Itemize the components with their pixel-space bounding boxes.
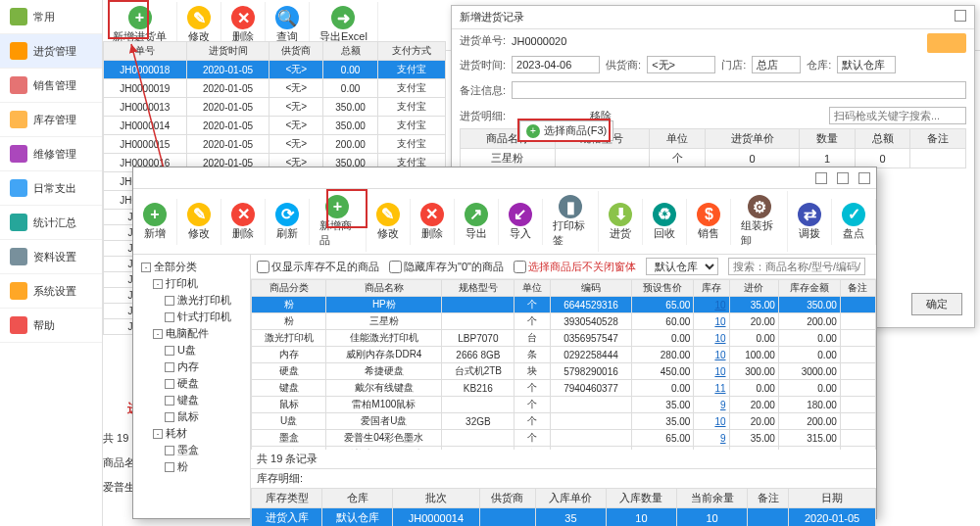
show-low-stock-checkbox[interactable]: 仅显示库存不足的商品 xyxy=(257,260,379,274)
date-input[interactable] xyxy=(512,56,600,73)
select-product-button[interactable]: + 选择商品(F3) xyxy=(519,120,613,141)
cat-edit-button[interactable]: ✎修改 xyxy=(177,199,221,245)
tree-item[interactable]: 墨盒 xyxy=(137,442,246,458)
sidebar: 常用 进货管理 销售管理 库存管理 维修管理 日常支出 统计汇总 资料设置 系统… xyxy=(0,0,103,526)
shop-label: 门店: xyxy=(721,58,746,72)
tree-item[interactable]: 硬盘 xyxy=(137,375,246,392)
sidebar-item-repair[interactable]: 维修管理 xyxy=(0,137,102,171)
recycle-icon: ♻ xyxy=(653,203,676,226)
export-icon: ➜ xyxy=(331,6,355,29)
barcode-search[interactable] xyxy=(829,107,966,124)
table-row[interactable]: 粉三星粉个393054052860.001020.00200.00 xyxy=(252,313,876,330)
table-row[interactable]: 硬盘希捷硬盘台式机2TB块5798290016450.0010300.00300… xyxy=(252,363,876,380)
table-row[interactable]: 粉HP粉个664452931665.001035.00350.00 xyxy=(252,297,876,313)
col-header[interactable]: 进货时间 xyxy=(186,42,270,61)
cat-del-button[interactable]: ✕删除 xyxy=(221,199,266,245)
export-icon: ↗ xyxy=(465,203,488,226)
close-icon[interactable] xyxy=(858,172,870,184)
transfer-icon: ⇄ xyxy=(798,203,821,226)
table-row[interactable]: 墨盒爱普生04彩色墨水个65.00935.00315.00 xyxy=(252,430,876,447)
import-button[interactable]: ↙导入 xyxy=(499,199,543,245)
plus-icon: + xyxy=(143,203,167,226)
tree-item[interactable]: -全部分类 xyxy=(137,259,246,275)
sell-icon: $ xyxy=(697,203,720,226)
check-button[interactable]: ✓盘点 xyxy=(832,199,876,245)
cat-add-button[interactable]: +新增 xyxy=(133,199,177,245)
warehouse-label: 仓库: xyxy=(807,58,831,72)
tree-item[interactable]: 粉 xyxy=(137,458,246,475)
table-row[interactable]: JH00000142020-01-05<无>350.00支付宝 xyxy=(104,117,446,135)
sidebar-item-sales[interactable]: 销售管理 xyxy=(0,69,102,103)
table-row[interactable]: 激光打印机佳能激光打印机LBP7070台03569575470.00100.00… xyxy=(252,330,876,347)
product-grid: 商品分类商品名称规格型号单位编码预设售价库存进价库存金额备注粉HP粉个66445… xyxy=(251,279,876,450)
sidebar-item-purchase[interactable]: 进货管理 xyxy=(0,34,102,69)
date-label: 进货时间: xyxy=(460,58,506,72)
assemble-button[interactable]: ⚙组装拆卸 xyxy=(731,191,788,252)
order-no-label: 进货单号: xyxy=(460,33,506,48)
tree-item[interactable]: -打印机 xyxy=(137,275,246,292)
del-product-button[interactable]: ✕删除 xyxy=(411,199,455,245)
ok-button[interactable]: 确定 xyxy=(911,293,962,315)
edit-product-button[interactable]: ✎修改 xyxy=(367,199,411,245)
warehouse-select[interactable]: 默认仓库 xyxy=(646,258,718,275)
table-row[interactable]: JH00000152020-01-05<无>200.00支付宝 xyxy=(104,135,446,154)
detail-label: 进货明细: xyxy=(460,109,506,123)
assemble-icon: ⚙ xyxy=(748,195,771,218)
refresh-button[interactable]: ⟳刷新 xyxy=(266,199,310,245)
table-row[interactable]: U盘爱国者U盘32GB个35.001020.00200.00 xyxy=(252,413,876,430)
memo-input[interactable] xyxy=(512,81,966,99)
purchase-button[interactable]: ⬇进货 xyxy=(599,199,643,245)
keep-open-checkbox[interactable]: 选择商品后不关闭窗体 xyxy=(514,260,636,274)
add-product-button[interactable]: +新增商品 xyxy=(310,191,367,252)
sidebar-item-daily[interactable]: 日常支出 xyxy=(0,171,102,206)
col-header[interactable]: 支付方式 xyxy=(377,42,445,61)
cart-icon xyxy=(10,76,27,94)
gear-icon xyxy=(10,282,27,300)
warehouse-input[interactable] xyxy=(837,56,896,73)
table-row[interactable]: JH00000192020-01-05<无>0.00支付宝 xyxy=(104,79,446,98)
col-header[interactable]: 总额 xyxy=(323,42,378,61)
transfer-button[interactable]: ⇄调拨 xyxy=(788,199,832,245)
box-icon xyxy=(10,111,27,128)
print-label-button[interactable]: ▮打印标签 xyxy=(543,191,600,252)
sell-button[interactable]: $销售 xyxy=(687,199,731,245)
maximize-icon[interactable] xyxy=(837,172,849,184)
table-row[interactable]: JH00000182020-01-05<无>0.00支付宝 xyxy=(104,61,446,79)
col-header[interactable]: 单号 xyxy=(104,42,187,61)
col-header[interactable]: 供货商 xyxy=(270,42,323,61)
tree-item[interactable]: 针式打印机 xyxy=(137,309,246,325)
import-icon: ↙ xyxy=(509,203,532,226)
search-icon: 🔍 xyxy=(275,6,299,29)
tree-item[interactable]: 鼠标 xyxy=(137,408,246,425)
shop-input[interactable] xyxy=(752,56,801,73)
tree-item[interactable]: 内存 xyxy=(137,359,246,375)
sidebar-item-stock[interactable]: 库存管理 xyxy=(0,103,102,137)
supplier-input[interactable] xyxy=(647,56,715,73)
tree-item[interactable]: -耗材 xyxy=(137,425,246,442)
table-row[interactable]: 键盘戴尔有线键盘KB216个79404603770.00110.000.00 xyxy=(252,380,876,397)
sidebar-item-common[interactable]: 常用 xyxy=(0,0,102,34)
sidebar-item-data[interactable]: 资料设置 xyxy=(0,240,102,274)
pencil-icon: ✎ xyxy=(187,203,211,226)
tree-item[interactable]: 键盘 xyxy=(137,392,246,408)
tree-item[interactable]: 激光打印机 xyxy=(137,292,246,309)
summary-count: 共 19 xyxy=(103,431,128,446)
hide-zero-checkbox[interactable]: 隐藏库存为"0"的商品 xyxy=(389,260,504,274)
sidebar-item-stats[interactable]: 统计汇总 xyxy=(0,206,102,240)
product-dialog: +新增 ✎修改 ✕删除 ⟳刷新 +新增商品 ✎修改 ✕删除 ↗导出 ↙导入 ▮打… xyxy=(132,167,877,519)
table-row[interactable]: 内存威刚内存条DDR42666 8GB条0292258444280.001010… xyxy=(252,347,876,363)
x-icon: ✕ xyxy=(231,203,255,226)
recycle-button[interactable]: ♻回收 xyxy=(643,199,687,245)
table-row[interactable]: JH00000132020-01-05<无>350.00支付宝 xyxy=(104,98,446,117)
product-search[interactable] xyxy=(728,258,865,275)
sidebar-item-help[interactable]: 帮助 xyxy=(0,309,102,343)
sidebar-item-system[interactable]: 系统设置 xyxy=(0,274,102,309)
tree-item[interactable]: U盘 xyxy=(137,342,246,359)
memo-label: 备注信息: xyxy=(460,83,506,98)
check-icon: ✓ xyxy=(842,203,865,226)
table-row[interactable]: 鼠标雷柏M100鼠标个35.00920.00180.00 xyxy=(252,397,876,413)
export-button[interactable]: ↗导出 xyxy=(455,199,499,245)
minimize-icon[interactable] xyxy=(815,172,827,184)
tree-item[interactable]: -电脑配件 xyxy=(137,325,246,342)
close-icon[interactable] xyxy=(955,10,966,22)
